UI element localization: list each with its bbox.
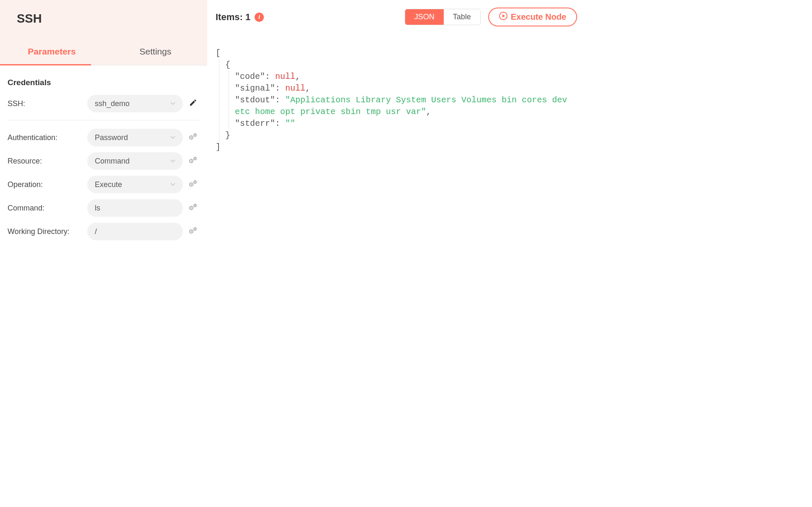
working-directory-options-button[interactable] (186, 227, 200, 236)
authentication-select[interactable]: Password (87, 129, 183, 146)
gears-icon (188, 203, 198, 213)
operation-value: Execute (95, 180, 122, 189)
command-input[interactable]: ls (87, 199, 183, 217)
credentials-title: Credentials (8, 78, 200, 87)
gears-icon (188, 180, 198, 189)
edit-credential-button[interactable] (186, 99, 200, 108)
command-row: Command: ls (8, 199, 200, 217)
svg-point-11 (195, 182, 195, 182)
chevron-down-icon (170, 101, 175, 107)
chevron-down-icon (170, 182, 175, 187)
execute-node-button[interactable]: Execute Node (488, 8, 577, 26)
command-value: ls (95, 204, 100, 213)
tab-parameters-label: Parameters (28, 47, 75, 56)
credential-label: SSH: (8, 99, 87, 108)
json-key-stderr: "stderr" (235, 119, 275, 128)
command-label: Command: (8, 204, 87, 213)
view-table-label: Table (453, 13, 471, 21)
info-icon[interactable]: i (255, 13, 264, 22)
resource-value: Command (95, 157, 130, 166)
svg-point-15 (195, 205, 195, 206)
authentication-row: Authentication: Password (8, 129, 200, 146)
authentication-options-button[interactable] (186, 133, 200, 142)
tabs: Parameters Settings (0, 41, 207, 65)
resource-label: Resource: (8, 157, 87, 166)
resource-row: Resource: Command (8, 152, 200, 170)
chevron-down-icon (170, 158, 175, 164)
operation-row: Operation: Execute (8, 176, 200, 193)
divider (8, 120, 200, 120)
svg-point-3 (195, 135, 195, 135)
view-json-button[interactable]: JSON (405, 9, 444, 25)
credential-row: SSH: ssh_demo (8, 95, 200, 112)
params-body: Credentials SSH: ssh_demo Authentication… (0, 65, 207, 246)
resource-options-button[interactable] (186, 156, 200, 166)
json-val-stdout: "Applications Library System Users Volum… (235, 95, 572, 117)
execute-label: Execute Node (511, 12, 566, 22)
items-count: Items: 1 (216, 12, 250, 23)
view-json-label: JSON (414, 13, 435, 21)
svg-point-7 (195, 158, 195, 159)
json-val-signal: null (285, 83, 305, 93)
chevron-down-icon (170, 135, 175, 140)
tab-settings-label: Settings (140, 47, 172, 56)
tab-settings[interactable]: Settings (104, 41, 207, 65)
authentication-value: Password (95, 133, 128, 142)
svg-point-19 (195, 229, 195, 229)
operation-label: Operation: (8, 180, 87, 189)
svg-point-1 (191, 137, 192, 138)
operation-select[interactable]: Execute (87, 176, 183, 193)
command-options-button[interactable] (186, 203, 200, 213)
gears-icon (188, 227, 198, 236)
authentication-label: Authentication: (8, 133, 87, 142)
left-panel: SSH Parameters Settings Credentials SSH:… (0, 0, 207, 246)
working-directory-value: / (95, 227, 97, 236)
working-directory-label: Working Directory: (8, 227, 87, 236)
operation-options-button[interactable] (186, 180, 200, 189)
play-icon (499, 12, 508, 22)
pencil-icon (189, 99, 197, 108)
json-key-signal: "signal" (235, 83, 275, 93)
json-key-code: "code" (235, 72, 265, 81)
gears-icon (188, 156, 198, 166)
gears-icon (188, 133, 198, 142)
svg-point-9 (191, 184, 192, 185)
right-panel: Items: 1 i JSON Table Execute Node [ { "… (207, 0, 586, 246)
working-directory-row: Working Directory: / (8, 223, 200, 240)
json-key-stdout: "stdout" (235, 95, 275, 105)
output-header: Items: 1 i JSON Table Execute Node (216, 8, 577, 26)
credential-select[interactable]: ssh_demo (87, 95, 183, 112)
node-title: SSH (0, 8, 207, 26)
json-output[interactable]: [ { "code": null, "signal": null, "stdou… (216, 35, 577, 153)
json-val-stderr: "" (285, 119, 295, 128)
credential-value: ssh_demo (95, 99, 130, 108)
json-val-code: null (275, 72, 295, 81)
working-directory-input[interactable]: / (87, 223, 183, 240)
view-toggle: JSON Table (405, 9, 481, 25)
left-header: SSH Parameters Settings (0, 0, 207, 65)
svg-point-13 (191, 208, 192, 209)
resource-select[interactable]: Command (87, 152, 183, 170)
svg-point-17 (191, 231, 192, 232)
view-table-button[interactable]: Table (444, 9, 480, 25)
svg-point-5 (191, 161, 192, 162)
tab-parameters[interactable]: Parameters (0, 41, 104, 65)
